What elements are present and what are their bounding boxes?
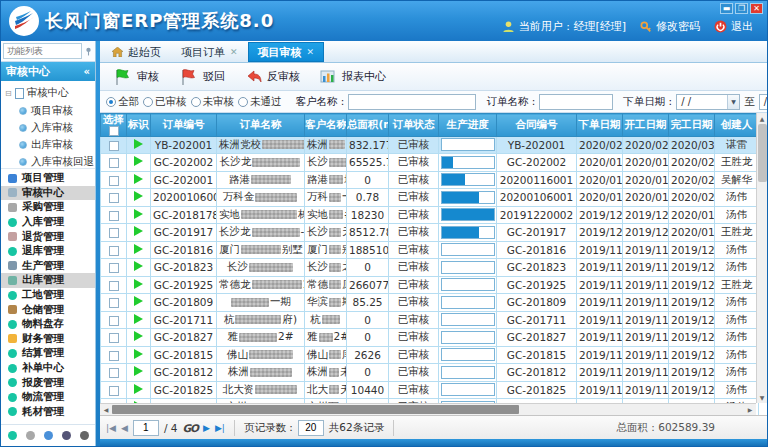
sidebar-module-退库管理[interactable]: 退库管理 bbox=[1, 244, 95, 259]
change-password-button[interactable]: 修改密码 bbox=[640, 19, 700, 34]
prev-page-button[interactable]: ◀ bbox=[121, 423, 128, 433]
sidebar-module-补单中心[interactable]: 补单中心 bbox=[1, 361, 95, 376]
row-select-cell[interactable] bbox=[101, 241, 127, 259]
row-checkbox[interactable] bbox=[109, 158, 119, 168]
page-number-input[interactable] bbox=[133, 420, 159, 436]
row-checkbox[interactable] bbox=[109, 298, 119, 308]
column-header-选择[interactable]: 选择 bbox=[101, 114, 127, 137]
row-select-cell[interactable] bbox=[101, 259, 127, 277]
row-select-cell[interactable] bbox=[101, 294, 127, 312]
table-row[interactable]: 20200106001万科金万科一期0.78已审核202001060012020… bbox=[101, 189, 759, 207]
tree-root-audit-center[interactable]: ⊟ 审核中心 bbox=[5, 84, 95, 102]
page-size-input[interactable] bbox=[298, 420, 324, 436]
row-select-cell[interactable] bbox=[101, 136, 127, 154]
pin-icon[interactable] bbox=[84, 47, 93, 56]
logout-button[interactable]: 退出 bbox=[714, 19, 753, 34]
row-select-cell[interactable] bbox=[101, 381, 127, 399]
table-row[interactable]: YB-202001株洲党校株洲员..832.177已审核YB-202001202… bbox=[101, 136, 759, 154]
row-checkbox[interactable] bbox=[109, 141, 119, 151]
table-row[interactable]: GC-201917长沙龙-2#长沙天..8512.78600..已审核GC-20… bbox=[101, 224, 759, 242]
column-header-创建人[interactable]: 创建人 bbox=[715, 114, 759, 137]
order-name-input[interactable] bbox=[539, 94, 613, 110]
column-header-客户名称[interactable]: 客户名称 bbox=[305, 114, 347, 137]
row-select-cell[interactable] bbox=[101, 189, 127, 207]
radio-未通过[interactable]: 未通过 bbox=[238, 95, 286, 109]
sidebar-module-审核中心[interactable]: 审核中心 bbox=[1, 186, 95, 201]
customer-name-input[interactable] bbox=[348, 94, 476, 110]
tab-起始页[interactable]: 起始页 bbox=[102, 42, 171, 62]
column-header-完工日期[interactable]: 完工日期 bbox=[669, 114, 715, 137]
minimize-button[interactable]: ▬ bbox=[720, 3, 733, 14]
column-header-下单日期[interactable]: 下单日期 bbox=[577, 114, 623, 137]
horizontal-scrollbar[interactable]: ◀ ▶ bbox=[100, 403, 756, 415]
function-search-input[interactable] bbox=[3, 43, 82, 59]
table-row[interactable]: GC-201815佛山佛山库2626已审核GC-2018152019/11/20… bbox=[101, 346, 759, 364]
book-icon[interactable] bbox=[62, 431, 71, 440]
toolbar-button-反审核[interactable]: 反审核 bbox=[240, 65, 311, 89]
table-row[interactable]: GC-202001路港路港墙0已审核202001160012020/01/162… bbox=[101, 171, 759, 189]
row-select-cell[interactable] bbox=[101, 346, 127, 364]
sidebar-module-物料盘存[interactable]: 物料盘存 bbox=[1, 317, 95, 332]
radio-已审核[interactable]: 已审核 bbox=[143, 95, 191, 109]
vertical-scrollbar[interactable]: ▲ ▼ bbox=[756, 113, 767, 403]
maximize-button[interactable]: ❐ bbox=[735, 3, 748, 14]
table-row[interactable]: GC-202002长沙龙长沙..65525.7200..已审核GC-202002… bbox=[101, 154, 759, 172]
collapse-panel-icon[interactable]: « bbox=[84, 66, 90, 77]
pen-icon[interactable] bbox=[44, 431, 53, 440]
sidebar-module-财务管理[interactable]: 财务管理 bbox=[1, 332, 95, 347]
row-checkbox[interactable] bbox=[109, 281, 119, 291]
column-header-开工日期[interactable]: 开工日期 bbox=[623, 114, 669, 137]
overflow-icon[interactable] bbox=[80, 431, 89, 440]
sidebar-module-项目管理[interactable]: 项目管理 bbox=[1, 171, 95, 186]
table-row[interactable]: GC-201816厦门别墅厦门别墅188510.818已审核GC-2018162… bbox=[101, 241, 759, 259]
row-checkbox[interactable] bbox=[109, 351, 119, 361]
row-checkbox[interactable] bbox=[109, 386, 119, 396]
column-header-订单状态[interactable]: 订单状态 bbox=[389, 114, 439, 137]
radio-全部[interactable]: 全部 bbox=[106, 95, 143, 109]
row-checkbox[interactable] bbox=[109, 368, 119, 378]
tree-item-入库审核回退[interactable]: 入库审核回退 bbox=[5, 153, 95, 169]
tab-项目审核[interactable]: 项目审核✕ bbox=[248, 42, 325, 62]
radio-未审核[interactable]: 未审核 bbox=[191, 95, 239, 109]
row-select-cell[interactable] bbox=[101, 154, 127, 172]
sidebar-module-报废管理[interactable]: 报废管理 bbox=[1, 375, 95, 390]
row-checkbox[interactable] bbox=[109, 316, 119, 326]
toolbar-button-驳回[interactable]: 驳回 bbox=[174, 64, 236, 90]
column-header-订单编号[interactable]: 订单编号 bbox=[151, 114, 217, 137]
table-row[interactable]: GC-201809一期华滨期85.25已审核GC-2018092019/11/2… bbox=[101, 294, 759, 312]
tree-item-出库审核[interactable]: 出库审核 bbox=[5, 136, 95, 153]
select-all-checkbox[interactable] bbox=[109, 126, 119, 136]
row-select-cell[interactable] bbox=[101, 364, 127, 382]
row-checkbox[interactable] bbox=[109, 333, 119, 343]
tree-item-入库审核[interactable]: 入库审核 bbox=[5, 119, 95, 136]
row-checkbox[interactable] bbox=[109, 211, 119, 221]
order-date-to-picker[interactable]: / /▼ bbox=[759, 94, 767, 110]
row-select-cell[interactable] bbox=[101, 329, 127, 347]
row-select-cell[interactable] bbox=[101, 224, 127, 242]
table-row[interactable]: GC-201812株洲株洲未来0已审核GC-2018122019/11/2020… bbox=[101, 364, 759, 382]
order-date-from-picker[interactable]: / /▼ bbox=[676, 94, 740, 110]
tab-close-icon[interactable]: ✕ bbox=[307, 47, 315, 57]
sidebar-module-结算管理[interactable]: 结算管理 bbox=[1, 346, 95, 361]
row-checkbox[interactable] bbox=[109, 263, 119, 273]
first-page-button[interactable]: |◀ bbox=[106, 423, 116, 433]
row-select-cell[interactable] bbox=[101, 276, 127, 294]
tab-close-icon[interactable]: ✕ bbox=[230, 47, 238, 57]
toolbar-button-审核[interactable]: 审核 bbox=[108, 64, 170, 90]
row-select-cell[interactable] bbox=[101, 171, 127, 189]
tab-项目订单[interactable]: 项目订单✕ bbox=[171, 42, 248, 62]
dot-icon[interactable] bbox=[8, 431, 17, 440]
table-row[interactable]: GC-201825北大资北大天..10440已审核GC-2018252019/1… bbox=[101, 381, 759, 399]
row-checkbox[interactable] bbox=[109, 176, 119, 186]
sidebar-module-采购管理[interactable]: 采购管理 bbox=[1, 200, 95, 215]
row-select-cell[interactable] bbox=[101, 311, 127, 329]
last-page-button[interactable]: ▶| bbox=[215, 423, 225, 433]
go-button[interactable]: GO bbox=[182, 422, 198, 434]
sidebar-module-仓储管理[interactable]: 仓储管理 bbox=[1, 302, 95, 317]
row-checkbox[interactable] bbox=[109, 246, 119, 256]
sidebar-module-工地管理[interactable]: 工地管理 bbox=[1, 288, 95, 303]
sidebar-module-出库管理[interactable]: 出库管理 bbox=[1, 273, 95, 288]
column-header-订单名称[interactable]: 订单名称 bbox=[217, 114, 305, 137]
sidebar-module-生产管理[interactable]: 生产管理 bbox=[1, 259, 95, 274]
sidebar-module-退货管理[interactable]: 退货管理 bbox=[1, 229, 95, 244]
